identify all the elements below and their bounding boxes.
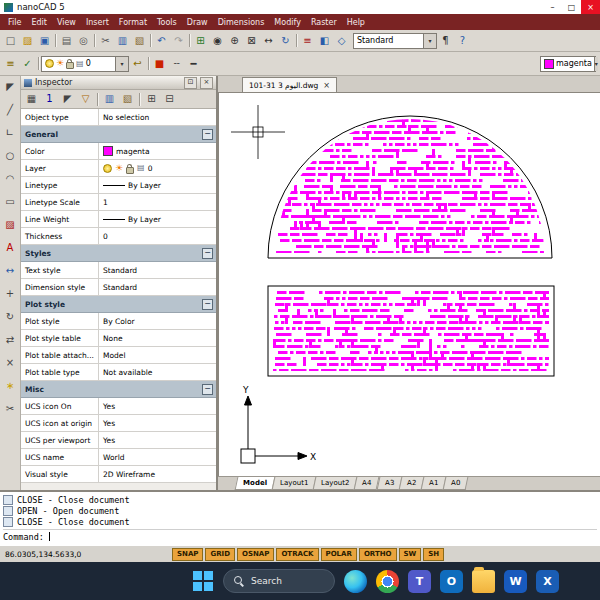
status-toggle-osnap[interactable]: OSNAP bbox=[237, 548, 274, 561]
property-value[interactable]: Standard bbox=[99, 279, 216, 295]
lineweight-control-icon[interactable]: ━ bbox=[186, 56, 201, 71]
menu-item-modify[interactable]: Modify bbox=[269, 14, 306, 30]
property-value[interactable]: 1 bbox=[99, 194, 216, 210]
chevron-down-icon[interactable]: ▾ bbox=[594, 57, 598, 71]
layer-combo[interactable]: ☀▤ 0 ▾ bbox=[41, 56, 129, 72]
chrome-icon[interactable] bbox=[376, 570, 399, 593]
layer-previous-icon[interactable]: ↩ bbox=[130, 56, 145, 71]
make-current-layer-icon[interactable]: ✓ bbox=[20, 56, 35, 71]
minimize-button[interactable]: – bbox=[543, 0, 562, 14]
property-value[interactable]: 0 bbox=[99, 228, 216, 244]
line-icon[interactable]: ╱ bbox=[3, 102, 18, 117]
inspector-section-misc[interactable]: Misc− bbox=[21, 381, 216, 398]
layer-properties-icon[interactable]: ≡ bbox=[3, 56, 18, 71]
hatch-icon[interactable]: ▨ bbox=[3, 217, 18, 232]
taskbar-search[interactable]: Search bbox=[223, 569, 335, 593]
status-toggle-ortho[interactable]: ORTHO bbox=[359, 548, 397, 561]
linetype-control-icon[interactable]: ╌ bbox=[169, 56, 184, 71]
layers-dialog-icon[interactable]: ≡ bbox=[300, 33, 315, 48]
menu-item-tools[interactable]: Tools bbox=[152, 14, 182, 30]
status-toggle-snap[interactable]: SNAP bbox=[172, 548, 203, 561]
mirror-icon[interactable]: ⇄ bbox=[3, 332, 18, 347]
print-icon[interactable]: ▤ bbox=[59, 33, 74, 48]
print-preview-icon[interactable]: ◎ bbox=[76, 33, 91, 48]
inspector-section-plot-style[interactable]: Plot style− bbox=[21, 296, 216, 313]
menu-item-insert[interactable]: Insert bbox=[81, 14, 114, 30]
collapse-all-icon[interactable]: ⊟ bbox=[162, 92, 177, 107]
pan-icon[interactable]: ↔ bbox=[261, 33, 276, 48]
inspector-section-styles[interactable]: Styles− bbox=[21, 245, 216, 262]
regen-icon[interactable]: ↻ bbox=[278, 33, 293, 48]
chevron-down-icon[interactable]: ▾ bbox=[115, 57, 128, 71]
paste-properties-icon[interactable]: ▧ bbox=[120, 92, 135, 107]
chevron-down-icon[interactable]: ▾ bbox=[423, 34, 436, 48]
property-value[interactable]: Standard bbox=[99, 262, 216, 278]
selection-count-icon[interactable]: 1 bbox=[42, 92, 57, 107]
command-line-panel[interactable]: CLOSE - Close documentOPEN - Open docume… bbox=[0, 490, 600, 545]
property-value[interactable]: None bbox=[99, 330, 216, 346]
menu-item-draw[interactable]: Draw bbox=[182, 14, 213, 30]
layout-tab-layout1[interactable]: Layout1 bbox=[272, 477, 317, 490]
collapse-icon[interactable]: − bbox=[202, 248, 213, 259]
help-icon[interactable]: ? bbox=[455, 33, 470, 48]
word-icon[interactable]: W bbox=[504, 570, 527, 593]
status-toggle-grid[interactable]: GRID bbox=[205, 548, 235, 561]
text-styles-icon[interactable]: ¶ bbox=[438, 33, 453, 48]
property-value[interactable]: Model bbox=[99, 347, 216, 363]
close-button[interactable]: × bbox=[581, 0, 600, 14]
zoom-in-icon[interactable]: ⊕ bbox=[227, 33, 242, 48]
save-icon[interactable]: ▣ bbox=[37, 33, 52, 48]
status-toggle-polar[interactable]: POLAR bbox=[321, 548, 357, 561]
select-icon[interactable]: ◤ bbox=[3, 79, 18, 94]
teams-icon[interactable]: T bbox=[408, 570, 431, 593]
status-toggle-sw[interactable]: SW bbox=[399, 548, 422, 561]
menu-item-format[interactable]: Format bbox=[114, 14, 152, 30]
trim-icon[interactable]: ✂ bbox=[3, 401, 18, 416]
maximize-button[interactable]: □ bbox=[562, 0, 581, 14]
copy-properties-icon[interactable]: ▥ bbox=[102, 92, 117, 107]
document-tab[interactable]: 101-31 3 اليوم.dwg × bbox=[242, 77, 337, 92]
file-explorer-icon[interactable] bbox=[472, 570, 495, 593]
osnap-settings-icon[interactable]: ◇ bbox=[334, 33, 349, 48]
menu-item-help[interactable]: Help bbox=[342, 14, 370, 30]
property-value[interactable]: magenta bbox=[99, 143, 216, 159]
property-value[interactable]: No selection bbox=[99, 109, 216, 125]
rotate-icon[interactable]: ↻ bbox=[3, 309, 18, 324]
paste-icon[interactable]: ▧ bbox=[132, 33, 147, 48]
polyline-icon[interactable]: ∟ bbox=[3, 125, 18, 140]
status-toggle-otrack[interactable]: OTRACK bbox=[276, 548, 318, 561]
layout-tab-model[interactable]: Model bbox=[235, 477, 276, 490]
copy-icon[interactable]: ▥ bbox=[115, 33, 130, 48]
move-icon[interactable]: + bbox=[3, 286, 18, 301]
open-icon[interactable]: ▨ bbox=[20, 33, 35, 48]
arc-icon[interactable]: ◠ bbox=[3, 171, 18, 186]
property-value[interactable]: 2D Wireframe bbox=[99, 466, 216, 482]
property-value[interactable]: ☀▤0 bbox=[99, 160, 216, 176]
menu-item-file[interactable]: File bbox=[3, 14, 26, 30]
grid-view-icon[interactable]: ▦ bbox=[24, 92, 39, 107]
menu-item-dimensions[interactable]: Dimensions bbox=[213, 14, 270, 30]
outlook-icon[interactable]: O bbox=[440, 570, 463, 593]
draw-order-icon[interactable]: ◧ bbox=[317, 33, 332, 48]
undo-icon[interactable]: ↶ bbox=[154, 33, 169, 48]
excel-icon[interactable]: X bbox=[536, 570, 559, 593]
erase-icon[interactable]: × bbox=[3, 355, 18, 370]
start-button[interactable] bbox=[192, 570, 214, 592]
property-value[interactable]: Yes bbox=[99, 415, 216, 431]
property-value[interactable]: By Layer bbox=[99, 177, 216, 193]
drawing-canvas[interactable]: Y X bbox=[218, 93, 600, 476]
menu-item-raster[interactable]: Raster bbox=[306, 14, 342, 30]
new-document-icon[interactable]: □ bbox=[3, 33, 18, 48]
property-value[interactable]: Yes bbox=[99, 432, 216, 448]
quick-filter-icon[interactable]: ▽ bbox=[78, 92, 93, 107]
collapse-icon[interactable]: − bbox=[202, 129, 213, 140]
command-prompt[interactable]: Command: bbox=[3, 529, 597, 543]
collapse-icon[interactable]: − bbox=[202, 299, 213, 310]
rectangle-icon[interactable]: ▭ bbox=[3, 194, 18, 209]
zoom-extents-icon[interactable]: ⊠ bbox=[244, 33, 259, 48]
property-value[interactable]: Yes bbox=[99, 398, 216, 414]
color-combo[interactable]: magenta ▾ bbox=[540, 56, 596, 72]
property-value[interactable]: By Layer bbox=[99, 211, 216, 227]
style-combo[interactable]: Standard ▾ bbox=[353, 33, 437, 49]
inspector-section-general[interactable]: General− bbox=[21, 126, 216, 143]
